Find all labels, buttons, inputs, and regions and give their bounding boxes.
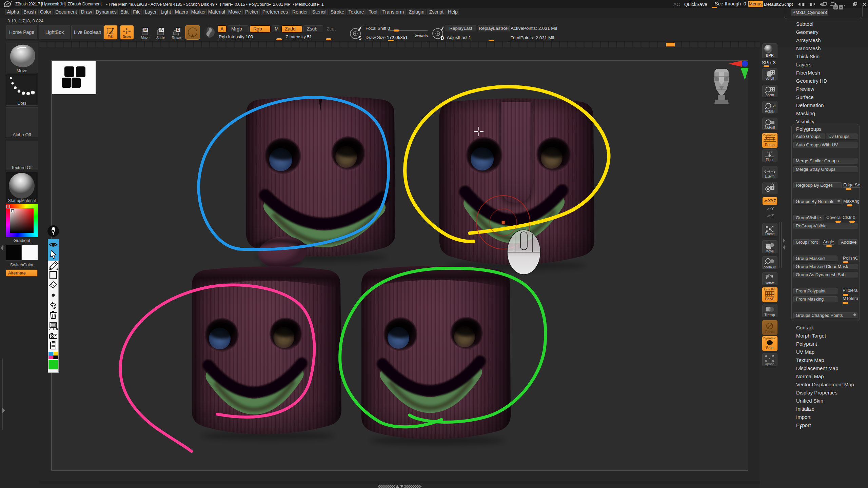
svg-text:Floor: Floor xyxy=(766,158,774,162)
svg-text:x y z: x y z xyxy=(767,150,772,154)
svg-text:M: M xyxy=(144,28,147,32)
svg-text:S: S xyxy=(160,28,163,32)
svg-text:Xpose: Xpose xyxy=(765,362,775,366)
svg-text:Move: Move xyxy=(766,249,774,253)
svg-text:c: c xyxy=(772,186,773,189)
svg-text:BPR: BPR xyxy=(766,53,773,57)
svg-text:Rotate: Rotate xyxy=(765,281,775,285)
svg-text:Scroll: Scroll xyxy=(765,77,774,80)
svg-text:Scale: Scale xyxy=(156,36,165,40)
svg-text:Line Fill: Line Fill xyxy=(764,288,775,291)
svg-text:Persp: Persp xyxy=(765,143,775,147)
svg-text:Actual: Actual xyxy=(765,109,774,113)
svg-text:PolyF: PolyF xyxy=(765,297,774,301)
svg-text:Ghost: Ghost xyxy=(765,330,774,334)
svg-text:Dynamic: Dynamic xyxy=(763,337,776,340)
svg-text:R: R xyxy=(177,28,180,32)
svg-text:Move: Move xyxy=(141,36,150,40)
svg-text:Zoom: Zoom xyxy=(765,93,774,97)
svg-text:AAHalf: AAHalf xyxy=(764,126,775,130)
svg-text:Rotate: Rotate xyxy=(172,36,182,40)
svg-text:Zoom3D: Zoom3D xyxy=(763,265,776,269)
svg-text:x1: x1 xyxy=(773,104,776,108)
svg-text:Solo: Solo xyxy=(766,346,773,350)
svg-text:S: S xyxy=(358,35,361,41)
svg-text:Transp: Transp xyxy=(765,313,775,317)
svg-text:Frame: Frame xyxy=(765,232,775,236)
svg-text:Draw: Draw xyxy=(123,35,131,39)
svg-text:Edit: Edit xyxy=(107,35,113,39)
svg-text:D: D xyxy=(441,35,444,41)
svg-text:Dynamic: Dynamic xyxy=(763,134,776,137)
svg-text:L.Sym: L.Sym xyxy=(765,175,774,178)
